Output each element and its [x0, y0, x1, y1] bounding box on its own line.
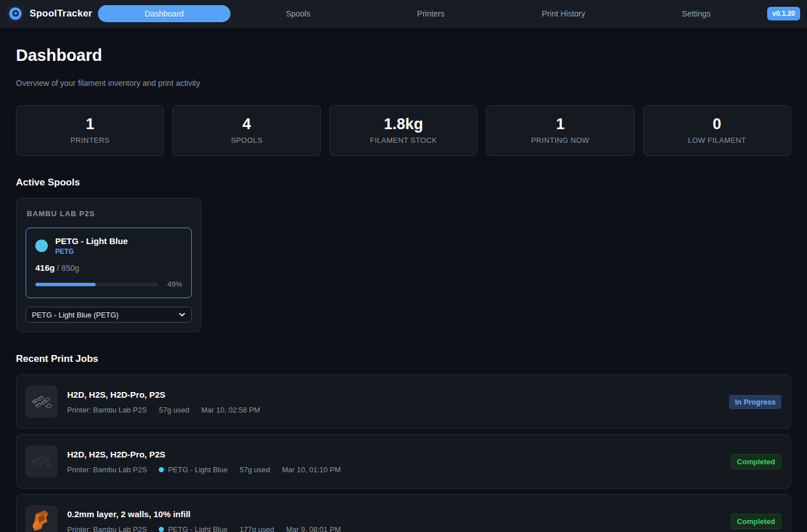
jobs-list: H2D, H2S, H2D-Pro, P2S Printer: Bambu La…	[16, 374, 791, 532]
stat-value: 1	[487, 116, 633, 133]
job-thumbnail-model-icon	[26, 446, 57, 477]
main-nav: Dashboard Spools Printers Print History …	[97, 0, 763, 27]
nav-item-settings[interactable]: Settings	[630, 5, 763, 22]
stat-label: FILAMENT STOCK	[330, 136, 477, 145]
job-row[interactable]: H2D, H2S, H2D-Pro, P2S Printer: Bambu La…	[16, 374, 791, 429]
recent-jobs-heading: Recent Print Jobs	[16, 353, 791, 365]
stats-row: 1 PRINTERS 4 SPOOLS 1.8kg FILAMENT STOCK…	[16, 105, 791, 156]
nav-item-dashboard[interactable]: Dashboard	[98, 5, 230, 22]
stat-value: 0	[644, 116, 790, 133]
status-badge: In Progress	[729, 395, 781, 409]
job-title: H2D, H2S, H2D-Pro, P2S	[67, 390, 260, 399]
job-used: 177g used	[240, 525, 274, 532]
stat-value: 1.8kg	[330, 116, 477, 133]
nav-item-print-history[interactable]: Print History	[497, 5, 630, 22]
status-badge: Completed	[731, 514, 781, 529]
job-used: 57g used	[240, 465, 270, 474]
filament-color-dot	[159, 527, 164, 532]
dashboard-page: Dashboard Overview of your filament inve…	[0, 46, 807, 532]
spool-progress-bar	[35, 283, 158, 286]
app-name: SpoolTracker	[30, 8, 92, 19]
nav-item-printers[interactable]: Printers	[364, 5, 497, 22]
spool-progress-row: 49%	[35, 280, 182, 288]
stat-card-filament-stock: 1.8kg FILAMENT STOCK	[330, 105, 477, 156]
printer-group-name: BAMBU LAB P2S	[27, 209, 192, 218]
job-printer: Printer: Bambu Lab P2S	[67, 465, 147, 474]
printer-group-card: BAMBU LAB P2S PETG - Light Blue PETG 416…	[16, 198, 201, 332]
job-date: Mar 9, 08:01 PM	[286, 525, 341, 532]
job-filament-name: PETG - Light Blue	[168, 525, 228, 532]
spool-selector-dropdown[interactable]: PETG - Light Blue (PETG)	[26, 307, 192, 323]
stat-label: PRINTERS	[17, 136, 163, 145]
job-printer: Printer: Bambu Lab P2S	[67, 525, 147, 532]
filament-color-dot	[159, 467, 164, 472]
job-date: Mar 10, 01:10 PM	[282, 465, 340, 474]
active-spools-heading: Active Spools	[16, 177, 791, 188]
spool-selector-value: PETG - Light Blue (PETG)	[32, 311, 118, 319]
brand: SpoolTracker	[7, 5, 97, 22]
filament-color-dot	[35, 240, 48, 252]
stat-label: PRINTING NOW	[487, 136, 633, 145]
stat-card-printing-now: 1 PRINTING NOW	[486, 105, 634, 156]
job-thumbnail-model-icon	[26, 386, 57, 418]
spool-progress-percent: 49%	[167, 280, 182, 288]
job-filament: PETG - Light Blue	[159, 525, 228, 532]
stat-label: LOW FILAMENT	[644, 136, 790, 145]
spool-name: PETG - Light Blue	[55, 236, 128, 246]
job-date: Mar 10, 02:58 PM	[201, 406, 260, 414]
version-badge: v0.1.20	[767, 7, 800, 20]
job-row[interactable]: 0.2mm layer, 2 walls, 10% infill Printer…	[16, 494, 791, 532]
job-filament: PETG - Light Blue	[159, 465, 228, 474]
spooltracker-logo-icon	[7, 5, 24, 22]
spool-total-weight: / 850g	[57, 263, 79, 273]
chevron-down-icon	[179, 311, 186, 318]
job-used: 57g used	[159, 406, 190, 414]
stat-label: SPOOLS	[173, 136, 320, 145]
active-spool-card[interactable]: PETG - Light Blue PETG 416g / 850g 49%	[26, 228, 192, 298]
job-title: 0.2mm layer, 2 walls, 10% infill	[67, 509, 341, 519]
job-title: H2D, H2S, H2D-Pro, P2S	[67, 449, 341, 459]
stat-card-printers: 1 PRINTERS	[16, 105, 164, 156]
stat-value: 1	[17, 116, 163, 133]
stat-value: 4	[173, 116, 320, 133]
stat-card-spools: 4 SPOOLS	[172, 105, 320, 156]
job-row[interactable]: H2D, H2S, H2D-Pro, P2S Printer: Bambu La…	[16, 434, 791, 489]
status-badge: Completed	[731, 454, 781, 469]
page-title: Dashboard	[16, 46, 791, 65]
job-printer: Printer: Bambu Lab P2S	[67, 406, 147, 414]
stat-card-low-filament: 0 LOW FILAMENT	[643, 105, 791, 156]
spool-weights: 416g / 850g	[35, 263, 182, 273]
job-filament-name: PETG - Light Blue	[168, 465, 228, 474]
spool-used-weight: 416g	[35, 263, 55, 273]
nav-item-spools[interactable]: Spools	[232, 5, 364, 22]
job-thumbnail-model-icon	[26, 505, 57, 532]
spool-material: PETG	[55, 248, 128, 255]
top-navigation-bar: SpoolTracker Dashboard Spools Printers P…	[0, 0, 807, 27]
page-subtitle: Overview of your filament inventory and …	[16, 79, 791, 88]
